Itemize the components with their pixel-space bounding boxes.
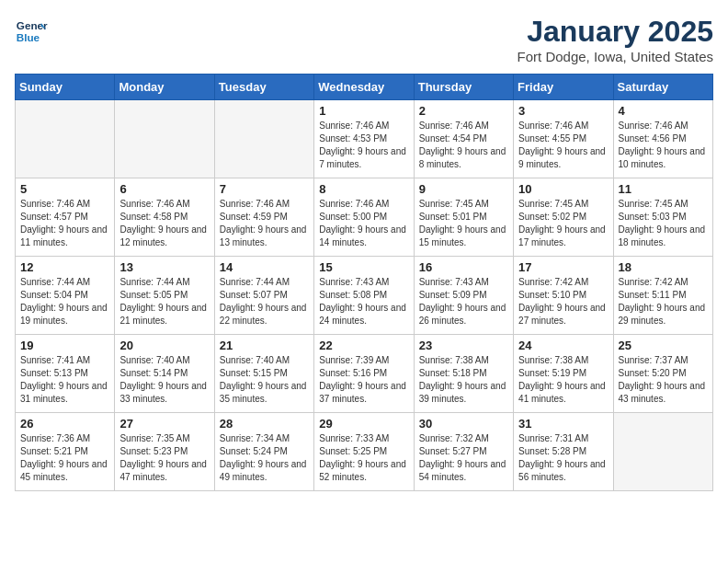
day-number: 27: [119, 417, 209, 431]
calendar-day-cell: 19Sunrise: 7:41 AM Sunset: 5:13 PM Dayli…: [16, 335, 115, 413]
calendar-day-cell: 1Sunrise: 7:46 AM Sunset: 4:53 PM Daylig…: [314, 100, 414, 178]
calendar-week-row: 12Sunrise: 7:44 AM Sunset: 5:04 PM Dayli…: [16, 257, 713, 335]
day-number: 31: [518, 417, 608, 431]
day-number: 30: [419, 417, 508, 431]
calendar-day-cell: 2Sunrise: 7:46 AM Sunset: 4:54 PM Daylig…: [414, 100, 513, 178]
calendar-title: January 2025: [518, 15, 713, 49]
day-number: 11: [619, 182, 708, 196]
day-detail: Sunrise: 7:38 AM Sunset: 5:18 PM Dayligh…: [419, 354, 508, 406]
calendar-day-cell: 9Sunrise: 7:45 AM Sunset: 5:01 PM Daylig…: [414, 178, 513, 257]
calendar-day-cell: 30Sunrise: 7:32 AM Sunset: 5:27 PM Dayli…: [414, 413, 513, 491]
weekday-header: Monday: [115, 75, 214, 100]
day-number: 18: [619, 260, 708, 274]
day-detail: Sunrise: 7:40 AM Sunset: 5:14 PM Dayligh…: [119, 354, 209, 406]
day-number: 7: [220, 182, 309, 196]
day-detail: Sunrise: 7:39 AM Sunset: 5:16 PM Dayligh…: [319, 354, 408, 406]
weekday-header: Thursday: [414, 75, 513, 100]
day-detail: Sunrise: 7:46 AM Sunset: 4:59 PM Dayligh…: [220, 198, 309, 249]
calendar-week-row: 26Sunrise: 7:36 AM Sunset: 5:21 PM Dayli…: [16, 413, 713, 491]
calendar-day-cell: 13Sunrise: 7:44 AM Sunset: 5:05 PM Dayli…: [115, 257, 214, 335]
day-number: 16: [419, 260, 508, 274]
calendar-day-cell: 20Sunrise: 7:40 AM Sunset: 5:14 PM Dayli…: [115, 335, 214, 413]
calendar-day-cell: [16, 100, 115, 178]
weekday-header: Wednesday: [314, 75, 414, 100]
calendar-day-cell: 18Sunrise: 7:42 AM Sunset: 5:11 PM Dayli…: [613, 257, 712, 335]
calendar-day-cell: 4Sunrise: 7:46 AM Sunset: 4:56 PM Daylig…: [613, 100, 712, 178]
day-detail: Sunrise: 7:43 AM Sunset: 5:09 PM Dayligh…: [419, 276, 508, 327]
page-header: General Blue January 2025 Fort Dodge, Io…: [15, 15, 713, 64]
calendar-day-cell: 24Sunrise: 7:38 AM Sunset: 5:19 PM Dayli…: [514, 335, 613, 413]
calendar-day-cell: 7Sunrise: 7:46 AM Sunset: 4:59 PM Daylig…: [214, 178, 313, 257]
calendar-day-cell: 16Sunrise: 7:43 AM Sunset: 5:09 PM Dayli…: [414, 257, 513, 335]
weekday-header: Friday: [514, 75, 613, 100]
day-number: 15: [319, 260, 408, 274]
calendar-day-cell: 15Sunrise: 7:43 AM Sunset: 5:08 PM Dayli…: [314, 257, 414, 335]
calendar-day-cell: 26Sunrise: 7:36 AM Sunset: 5:21 PM Dayli…: [16, 413, 115, 491]
day-detail: Sunrise: 7:45 AM Sunset: 5:01 PM Dayligh…: [419, 198, 508, 249]
title-block: January 2025 Fort Dodge, Iowa, United St…: [518, 15, 713, 64]
calendar-day-cell: 5Sunrise: 7:46 AM Sunset: 4:57 PM Daylig…: [16, 178, 115, 257]
day-detail: Sunrise: 7:46 AM Sunset: 4:58 PM Dayligh…: [119, 198, 209, 249]
day-number: 1: [319, 104, 408, 118]
day-detail: Sunrise: 7:42 AM Sunset: 5:11 PM Dayligh…: [619, 276, 708, 327]
day-detail: Sunrise: 7:40 AM Sunset: 5:15 PM Dayligh…: [220, 354, 309, 406]
calendar-day-cell: 27Sunrise: 7:35 AM Sunset: 5:23 PM Dayli…: [115, 413, 214, 491]
day-number: 4: [619, 104, 708, 118]
calendar-day-cell: 21Sunrise: 7:40 AM Sunset: 5:15 PM Dayli…: [214, 335, 313, 413]
weekday-header: Tuesday: [214, 75, 313, 100]
calendar-day-cell: 8Sunrise: 7:46 AM Sunset: 5:00 PM Daylig…: [314, 178, 414, 257]
weekday-header: Sunday: [16, 75, 115, 100]
day-number: 2: [419, 104, 508, 118]
day-detail: Sunrise: 7:33 AM Sunset: 5:25 PM Dayligh…: [319, 432, 408, 484]
day-detail: Sunrise: 7:43 AM Sunset: 5:08 PM Dayligh…: [319, 276, 408, 327]
calendar-day-cell: 25Sunrise: 7:37 AM Sunset: 5:20 PM Dayli…: [613, 335, 712, 413]
calendar-day-cell: 17Sunrise: 7:42 AM Sunset: 5:10 PM Dayli…: [514, 257, 613, 335]
day-detail: Sunrise: 7:32 AM Sunset: 5:27 PM Dayligh…: [419, 432, 508, 484]
day-detail: Sunrise: 7:38 AM Sunset: 5:19 PM Dayligh…: [518, 354, 608, 406]
calendar-day-cell: 6Sunrise: 7:46 AM Sunset: 4:58 PM Daylig…: [115, 178, 214, 257]
day-detail: Sunrise: 7:31 AM Sunset: 5:28 PM Dayligh…: [518, 432, 608, 484]
day-number: 20: [119, 339, 209, 352]
day-number: 5: [20, 182, 109, 196]
day-number: 23: [419, 339, 508, 352]
calendar-subtitle: Fort Dodge, Iowa, United States: [518, 49, 713, 64]
day-detail: Sunrise: 7:44 AM Sunset: 5:07 PM Dayligh…: [220, 276, 309, 327]
day-detail: Sunrise: 7:46 AM Sunset: 4:56 PM Dayligh…: [619, 120, 708, 171]
calendar-day-cell: 11Sunrise: 7:45 AM Sunset: 5:03 PM Dayli…: [613, 178, 712, 257]
day-number: 14: [220, 260, 309, 274]
day-detail: Sunrise: 7:41 AM Sunset: 5:13 PM Dayligh…: [20, 354, 109, 406]
calendar-day-cell: 14Sunrise: 7:44 AM Sunset: 5:07 PM Dayli…: [214, 257, 313, 335]
calendar-day-cell: 22Sunrise: 7:39 AM Sunset: 5:16 PM Dayli…: [314, 335, 414, 413]
weekday-header: Saturday: [613, 75, 712, 100]
calendar-day-cell: 23Sunrise: 7:38 AM Sunset: 5:18 PM Dayli…: [414, 335, 513, 413]
calendar-day-cell: 31Sunrise: 7:31 AM Sunset: 5:28 PM Dayli…: [514, 413, 613, 491]
calendar-week-row: 5Sunrise: 7:46 AM Sunset: 4:57 PM Daylig…: [16, 178, 713, 257]
calendar-day-cell: [613, 413, 712, 491]
day-detail: Sunrise: 7:46 AM Sunset: 4:54 PM Dayligh…: [419, 120, 508, 171]
calendar-week-row: 19Sunrise: 7:41 AM Sunset: 5:13 PM Dayli…: [16, 335, 713, 413]
calendar-day-cell: 29Sunrise: 7:33 AM Sunset: 5:25 PM Dayli…: [314, 413, 414, 491]
day-number: 26: [20, 417, 109, 431]
day-detail: Sunrise: 7:44 AM Sunset: 5:05 PM Dayligh…: [119, 276, 209, 327]
day-number: 29: [319, 417, 408, 431]
calendar-day-cell: 10Sunrise: 7:45 AM Sunset: 5:02 PM Dayli…: [514, 178, 613, 257]
day-number: 3: [518, 104, 608, 118]
day-detail: Sunrise: 7:45 AM Sunset: 5:03 PM Dayligh…: [619, 198, 708, 249]
day-detail: Sunrise: 7:36 AM Sunset: 5:21 PM Dayligh…: [20, 432, 109, 484]
day-detail: Sunrise: 7:46 AM Sunset: 4:55 PM Dayligh…: [518, 120, 608, 171]
logo: General Blue: [15, 15, 48, 48]
day-number: 8: [319, 182, 408, 196]
day-number: 28: [220, 417, 309, 431]
day-detail: Sunrise: 7:42 AM Sunset: 5:10 PM Dayligh…: [518, 276, 608, 327]
calendar-day-cell: 3Sunrise: 7:46 AM Sunset: 4:55 PM Daylig…: [514, 100, 613, 178]
day-number: 9: [419, 182, 508, 196]
svg-text:Blue: Blue: [17, 31, 40, 43]
day-detail: Sunrise: 7:37 AM Sunset: 5:20 PM Dayligh…: [619, 354, 708, 406]
day-detail: Sunrise: 7:35 AM Sunset: 5:23 PM Dayligh…: [119, 432, 209, 484]
day-number: 22: [319, 339, 408, 352]
day-detail: Sunrise: 7:46 AM Sunset: 5:00 PM Dayligh…: [319, 198, 408, 249]
day-number: 21: [220, 339, 309, 352]
day-detail: Sunrise: 7:46 AM Sunset: 4:53 PM Dayligh…: [319, 120, 408, 171]
svg-text:General: General: [17, 19, 48, 31]
calendar-day-cell: 28Sunrise: 7:34 AM Sunset: 5:24 PM Dayli…: [214, 413, 313, 491]
